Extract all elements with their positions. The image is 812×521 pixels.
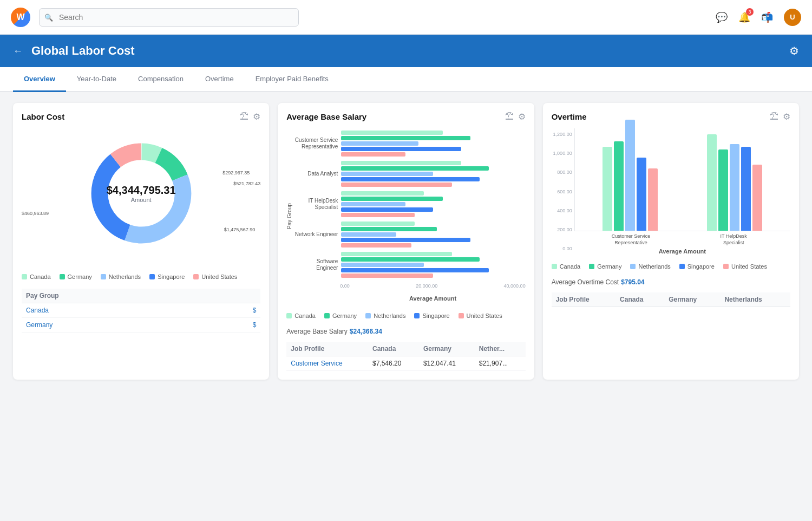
hbar-it-nl: [341, 202, 405, 206]
hbar-ne-us: [341, 243, 411, 248]
hbar-row-csr: Customer Service Representative: [294, 131, 525, 157]
ld-germany-sal: [324, 313, 330, 318]
row-canada[interactable]: Canada: [22, 303, 206, 318]
overtime-card: Overtime ⛱ ⚙ 1,200.00 1,000.00 800.00 60…: [543, 103, 799, 380]
legend-canada-ot: Canada: [552, 263, 581, 270]
labor-cost-card: Labor Cost ⛱ ⚙ $4,344,795.31 Amount: [13, 103, 269, 380]
legend-dot-germany: [60, 274, 65, 279]
legend-dot-canada: [22, 274, 27, 279]
overtime-stat: Average Overtime Cost $795.04: [552, 278, 790, 286]
vbar-group-csr: [603, 120, 658, 231]
avatar[interactable]: U: [784, 9, 801, 26]
vbar-csr-canada: [603, 147, 612, 231]
hbar-da-nl: [341, 172, 433, 176]
ll-canada-ot: Canada: [560, 263, 581, 270]
hbar-se-nl: [341, 263, 424, 267]
legend-us-ot: United States: [723, 263, 767, 270]
ot-th-germany: Germany: [664, 292, 720, 307]
filter-icon-overtime[interactable]: ⛱: [770, 112, 778, 122]
hbar-ne-germany: [341, 227, 437, 231]
page-header: ← Global Labor Cost ⚙: [0, 35, 812, 67]
td-cust-canada: $7,546.20: [368, 356, 419, 371]
tab-overview[interactable]: Overview: [13, 67, 66, 92]
settings-icon-labor[interactable]: ⚙: [253, 112, 260, 122]
legend-germany-ot: Germany: [589, 263, 621, 270]
nav-icons: 💬 🔔 3 📬 U: [716, 9, 801, 26]
ll-sg-sal: Singapore: [422, 312, 449, 319]
inbox-icon[interactable]: 📬: [761, 11, 773, 23]
ld-nl-ot: [630, 264, 636, 269]
avg-base-salary-card: Average Base Salary ⛱ ⚙ Pay Group Custom…: [278, 103, 534, 380]
vbar-chart-content: Customer Service Representative IT HelpD…: [574, 128, 790, 255]
page-title: Global Labor Cost: [31, 44, 781, 58]
hbar-se-us: [341, 273, 433, 278]
tab-overtime[interactable]: Overtime: [194, 67, 245, 92]
search-input[interactable]: [39, 8, 299, 27]
hbar-label-da: Data Analyst: [294, 171, 338, 177]
vbar-it-us: [752, 165, 762, 231]
hbar-chart-area: Pay Group Customer Service Representativ…: [286, 128, 525, 304]
td-cust-profile[interactable]: Customer Service: [286, 356, 368, 371]
th-jobprofile: Job Profile: [286, 342, 368, 356]
table-header-value: [206, 289, 261, 303]
header-settings-icon[interactable]: ⚙: [789, 44, 799, 57]
td-cust-germany: $12,047.41: [419, 356, 475, 371]
back-button[interactable]: ←: [13, 45, 23, 57]
legend-label-us: United States: [201, 273, 237, 280]
search-bar[interactable]: 🔍: [39, 8, 299, 27]
vbar-label-csr: Customer Service Representative: [606, 233, 655, 246]
legend-canada-sal: Canada: [286, 312, 316, 319]
chat-icon[interactable]: 💬: [716, 11, 728, 23]
hbar-se-germany: [341, 257, 479, 262]
overtime-stat-label: Average Overtime Cost: [552, 278, 619, 286]
hbar-it-us: [341, 213, 415, 217]
seg-label-nl: $521,782.43: [233, 181, 260, 186]
ld-germany-ot: [589, 264, 594, 269]
hbar-da-canada: [341, 161, 461, 165]
hbar-da-us: [341, 183, 451, 187]
vbar-chart-area: 1,200.00 1,000.00 800.00 600.00 400.00 2…: [552, 128, 790, 255]
settings-icon-salary[interactable]: ⚙: [518, 112, 526, 122]
top-nav: W 🔍 💬 🔔 3 📬 U: [0, 0, 812, 35]
search-icon: 🔍: [44, 13, 53, 21]
hbar-ne-sg: [341, 238, 470, 242]
tab-compensation[interactable]: Compensation: [127, 67, 194, 92]
tab-year-to-date[interactable]: Year-to-Date: [66, 67, 127, 92]
overtime-title: Overtime: [552, 112, 587, 121]
hbar-group-csr: [341, 131, 525, 157]
seg-label-us: $460,963.89: [22, 211, 49, 216]
donut-label: Amount: [107, 197, 176, 203]
vbar-it-canada: [707, 134, 717, 231]
table-row: Canada $: [22, 303, 260, 318]
hbar-it-sg: [341, 207, 433, 212]
filter-icon-salary[interactable]: ⛱: [505, 112, 514, 122]
donut-center: $4,344,795.31 Amount: [107, 184, 176, 203]
row-germany[interactable]: Germany: [22, 318, 206, 333]
row-canada-val: $: [206, 303, 261, 318]
ot-th-jobprofile: Job Profile: [552, 292, 615, 307]
ll-nl-ot: Netherlands: [638, 263, 670, 270]
ot-th-netherlands: Netherlands: [720, 292, 790, 307]
avg-salary-table: Job Profile Canada Germany Nether... Cus…: [286, 342, 525, 371]
logo-letter: W: [16, 12, 24, 22]
tab-employer-paid-benefits[interactable]: Employer Paid Benefits: [245, 67, 339, 92]
overtime-header: Overtime ⛱ ⚙: [552, 112, 790, 122]
ld-canada-sal: [286, 313, 292, 318]
ot-th-canada: Canada: [615, 292, 664, 307]
hbar-csr-sg: [341, 147, 461, 151]
ll-canada-sal: Canada: [294, 312, 316, 319]
th-canada: Canada: [368, 342, 419, 356]
bell-icon[interactable]: 🔔 3: [738, 11, 750, 23]
overtime-stat-value: $795.04: [621, 278, 644, 286]
hbar-group-da: [341, 161, 525, 187]
x-axis-label: Average Amount: [340, 295, 525, 302]
th-germany: Germany: [419, 342, 475, 356]
settings-icon-overtime[interactable]: ⚙: [783, 112, 790, 122]
ll-us-sal: United States: [467, 312, 502, 319]
vbar-csr-sg: [637, 158, 646, 231]
filter-icon[interactable]: ⛱: [240, 112, 248, 122]
hbar-ne-canada: [341, 222, 415, 226]
hbar-csr-us: [341, 152, 405, 157]
legend-sg-sal: Singapore: [414, 312, 449, 319]
legend-us: United States: [193, 273, 237, 280]
